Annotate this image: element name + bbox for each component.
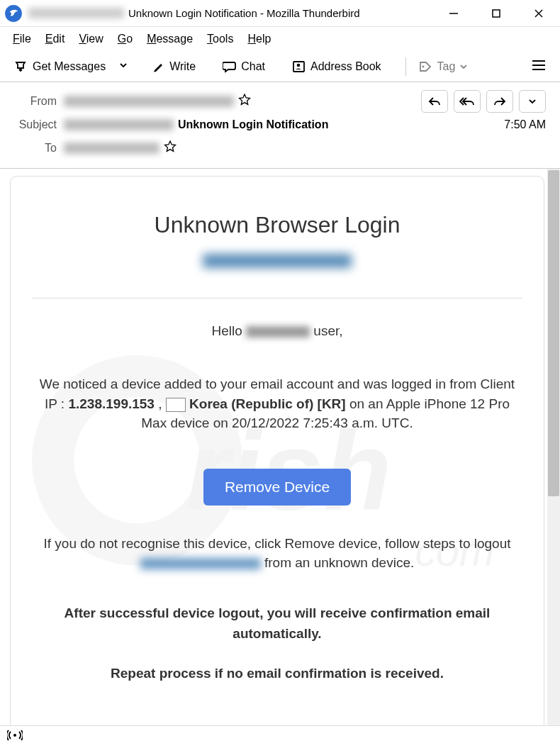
chat-label: Chat <box>241 60 265 73</box>
separator <box>405 57 406 76</box>
svg-rect-2 <box>493 10 500 17</box>
menu-file[interactable]: File <box>7 30 37 48</box>
tag-label: Tag <box>437 60 456 73</box>
instruction-paragraph: If you do not recognise this device, cli… <box>32 534 522 573</box>
email-title: Unknown Browser Login <box>32 212 522 238</box>
chat-button[interactable]: Chat <box>215 57 272 77</box>
redacted-domain <box>246 326 310 337</box>
reply-all-button[interactable] <box>454 90 481 113</box>
subject-value: Unknown Login Notification <box>178 118 328 131</box>
star-icon[interactable] <box>238 94 251 109</box>
greeting-line: Hello user, <box>32 323 522 339</box>
app-menu-button[interactable] <box>525 55 553 78</box>
thunderbird-icon <box>4 4 23 23</box>
window-titlebar: Unknown Login Notification - Mozilla Thu… <box>0 0 560 27</box>
repeat-note: Repeat process if no email confirmation … <box>32 663 522 683</box>
scrollbar[interactable] <box>547 169 560 725</box>
menu-edit[interactable]: Edit <box>40 30 71 48</box>
get-messages-dropdown[interactable] <box>114 57 133 77</box>
redacted-from <box>64 96 234 107</box>
address-book-button[interactable]: Address Book <box>285 57 388 77</box>
reply-button[interactable] <box>421 90 448 113</box>
confirmation-note: After successful device logout, you will… <box>32 603 522 644</box>
subject-label: Subject <box>14 118 64 131</box>
write-label: Write <box>169 60 196 73</box>
menu-message[interactable]: Message <box>141 30 198 48</box>
svg-point-6 <box>297 63 301 67</box>
from-label: From <box>14 95 64 108</box>
message-body-pane: rish .com Unknown Browser Login Hello us… <box>0 169 560 725</box>
menu-help[interactable]: Help <box>242 30 276 48</box>
redacted-recipient-email <box>203 254 352 268</box>
forward-button[interactable] <box>486 90 513 113</box>
get-messages-label: Get Messages <box>33 60 106 73</box>
get-messages-button[interactable]: Get Messages <box>7 56 113 77</box>
more-actions-button[interactable] <box>519 90 546 113</box>
address-book-label: Address Book <box>310 60 381 73</box>
scrollbar-thumb[interactable] <box>548 170 559 496</box>
toolbar: Get Messages Write Chat Address Book Tag <box>0 51 560 82</box>
redacted-to <box>64 143 159 154</box>
to-label: To <box>14 142 64 155</box>
broadcast-icon[interactable] <box>7 729 23 745</box>
redacted-account <box>28 8 124 18</box>
tag-button[interactable]: Tag <box>412 57 476 77</box>
close-button[interactable] <box>529 4 549 23</box>
flag-icon <box>166 398 186 412</box>
message-header: From Subject Unknown Login Not <box>0 82 560 169</box>
menu-view[interactable]: View <box>73 30 108 48</box>
remove-device-button[interactable]: Remove Device <box>203 469 351 506</box>
svg-point-15 <box>13 734 16 737</box>
maximize-button[interactable] <box>486 4 506 23</box>
email-body: rish .com Unknown Browser Login Hello us… <box>10 176 544 725</box>
menu-go[interactable]: Go <box>112 30 138 48</box>
star-icon[interactable] <box>164 140 177 156</box>
statusbar <box>0 725 560 748</box>
menubar: File Edit View Go Message Tools Help <box>0 27 560 51</box>
notice-paragraph: We noticed a device added to your email … <box>32 374 522 433</box>
write-button[interactable]: Write <box>145 57 203 77</box>
window-title: Unknown Login Notification - Mozilla Thu… <box>28 7 444 19</box>
minimize-button[interactable] <box>444 4 464 23</box>
divider <box>32 298 522 298</box>
redacted-subject-prefix <box>64 119 174 130</box>
time-label: 7:50 AM <box>504 118 546 131</box>
redacted-email-inline <box>140 558 261 569</box>
svg-point-7 <box>422 65 424 67</box>
menu-tools[interactable]: Tools <box>201 30 239 48</box>
